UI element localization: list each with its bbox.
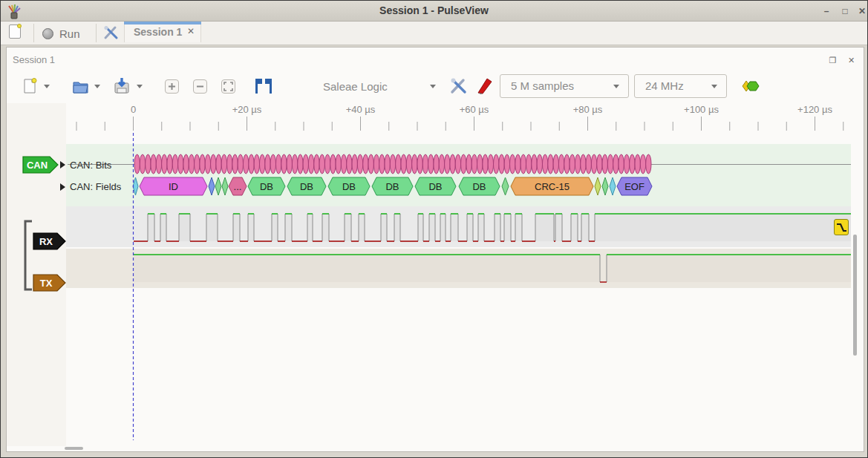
zoom-fit-button[interactable] — [221, 79, 235, 94]
minimize-icon[interactable]: – — [820, 5, 832, 17]
session-subwindow-title: Session 1 — [13, 54, 55, 65]
zoom-out-button[interactable] — [193, 79, 207, 94]
toolbar-separator — [33, 24, 34, 42]
new-file-dropdown-icon[interactable] — [44, 85, 50, 88]
ruler-tick-label: +60 µs — [460, 104, 489, 115]
add-decoder-icon[interactable] — [741, 79, 760, 96]
ruler-tick-label: +100 µs — [684, 104, 719, 115]
save-icon[interactable] — [114, 77, 130, 98]
decoder-row-fields-label[interactable]: CAN: Fields — [70, 181, 121, 192]
probe-icon[interactable] — [476, 76, 494, 98]
tab-active-underline — [124, 22, 201, 24]
pulseview-window: Session 1 - PulseView – □ ✕ Run Session … — [0, 0, 868, 458]
close-icon[interactable]: ✕ — [856, 5, 868, 17]
save-dropdown-icon[interactable] — [137, 85, 143, 88]
ruler-tick-label: +120 µs — [797, 104, 832, 115]
zoom-in-button[interactable] — [165, 79, 179, 94]
trace-label-sidebar — [7, 103, 66, 446]
ruler-tick-label: +40 µs — [346, 104, 376, 115]
ruler-tick-label: 0 — [131, 104, 136, 115]
new-session-badge — [17, 24, 22, 28]
sample-count-select[interactable]: 5 M samples — [500, 74, 629, 98]
toolbar-separator — [96, 24, 97, 42]
ruler-tick-label: +20 µs — [232, 104, 262, 115]
run-icon — [42, 28, 53, 39]
run-button[interactable]: Run — [42, 24, 80, 43]
ruler-tick-label: +80 µs — [573, 104, 603, 115]
rx-row-background — [66, 206, 851, 247]
session-restore-icon[interactable]: ❐ — [828, 56, 838, 65]
horizontal-scrollbar[interactable] — [65, 447, 83, 450]
new-file-icon[interactable] — [23, 78, 37, 97]
trigger-flags-icon[interactable] — [255, 78, 273, 97]
open-file-dropdown-icon[interactable] — [94, 85, 100, 88]
open-file-icon[interactable] — [73, 78, 88, 97]
decoder-row-background — [66, 144, 851, 206]
device-selector[interactable]: Saleae Logic — [323, 80, 388, 93]
device-dropdown-icon[interactable] — [430, 85, 436, 88]
trigger-falling-edge-icon[interactable] — [834, 219, 849, 235]
tx-row-background — [66, 249, 851, 288]
sample-rate-select[interactable]: 24 MHz — [634, 74, 727, 98]
configure-device-icon[interactable] — [449, 77, 468, 98]
run-label: Run — [59, 27, 80, 40]
sample-count-caret-icon — [613, 85, 619, 88]
sample-rate-caret-icon — [711, 85, 717, 88]
tab-label: Session 1 — [134, 26, 182, 38]
maximize-icon[interactable]: □ — [839, 5, 851, 17]
decoder-row-bits-label[interactable]: CAN: Bits — [70, 160, 111, 171]
session-close-icon[interactable]: ✕ — [846, 56, 856, 65]
main-toolbar: Run Session 1 ✕ — [1, 22, 867, 45]
tab-session-1[interactable]: Session 1 ✕ — [124, 22, 201, 42]
vertical-scrollbar[interactable] — [853, 235, 857, 356]
window-titlebar[interactable]: Session 1 - PulseView – □ ✕ — [1, 1, 867, 22]
new-session-icon[interactable] — [9, 24, 21, 39]
sample-rate-value: 24 MHz — [645, 79, 684, 92]
window-title: Session 1 - PulseView — [1, 4, 867, 16]
sample-count-value: 5 M samples — [511, 79, 574, 92]
settings-icon[interactable] — [102, 24, 120, 44]
tab-close-icon[interactable]: ✕ — [187, 26, 195, 36]
